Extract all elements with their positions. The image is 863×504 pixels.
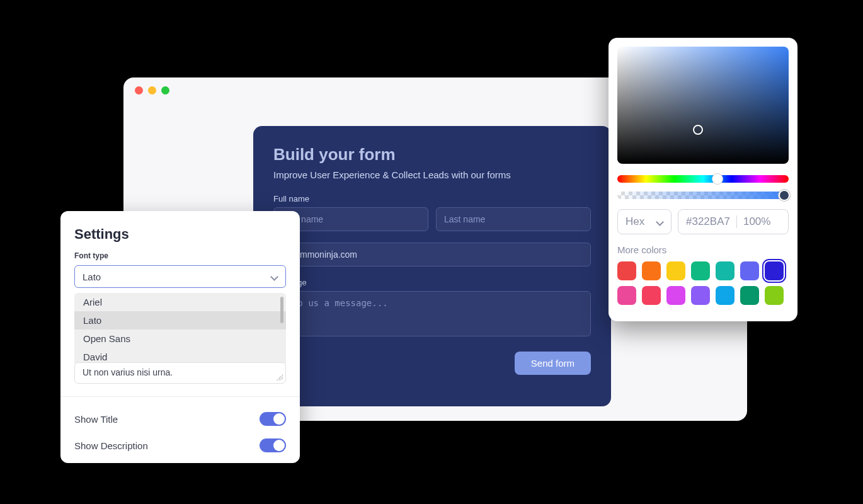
- settings-textarea[interactable]: Ut non varius nisi urna.: [74, 362, 286, 384]
- value-divider: [736, 215, 737, 228]
- alpha-slider[interactable]: [617, 192, 789, 199]
- window-close-icon[interactable]: [135, 86, 143, 94]
- message-textarea[interactable]: [273, 291, 591, 336]
- font-option-open-sans[interactable]: Open Sans: [74, 329, 286, 348]
- color-swatch[interactable]: [691, 261, 710, 280]
- font-type-dropdown: Ariel Lato Open Sans David: [74, 293, 286, 366]
- color-swatch[interactable]: [642, 286, 661, 305]
- show-description-label: Show Description: [74, 440, 148, 451]
- window-maximize-icon[interactable]: [161, 86, 169, 94]
- font-option-ariel[interactable]: Ariel: [74, 293, 286, 311]
- show-title-label: Show Title: [74, 414, 118, 425]
- color-swatch[interactable]: [740, 286, 759, 305]
- color-picker-panel: Hex #322BA7 100% More colors: [609, 38, 797, 321]
- last-name-input[interactable]: [436, 207, 591, 231]
- settings-title: Settings: [74, 226, 286, 243]
- color-swatch[interactable]: [617, 261, 636, 280]
- color-swatch[interactable]: [666, 286, 685, 305]
- saturation-cursor-icon[interactable]: [693, 125, 703, 135]
- font-type-selected-value: Lato: [83, 272, 101, 282]
- chevron-down-icon: [656, 218, 663, 226]
- font-type-select[interactable]: Lato: [74, 265, 286, 288]
- color-swatch[interactable]: [617, 286, 636, 305]
- color-value-field[interactable]: #322BA7 100%: [678, 209, 789, 234]
- show-description-toggle[interactable]: [260, 438, 286, 452]
- window-minimize-icon[interactable]: [148, 86, 156, 94]
- font-type-label: Font type: [74, 251, 286, 260]
- email-input[interactable]: [273, 243, 591, 266]
- hue-thumb[interactable]: [712, 173, 723, 185]
- color-format-select[interactable]: Hex: [617, 209, 672, 234]
- color-swatch[interactable]: [691, 286, 710, 305]
- settings-panel: Settings Font type Lato Ariel Lato Open …: [60, 211, 300, 463]
- dropdown-scrollbar[interactable]: [280, 297, 283, 323]
- color-swatch[interactable]: [765, 286, 784, 305]
- hex-value: #322BA7: [686, 215, 730, 228]
- message-label: Message: [273, 278, 591, 287]
- color-swatch[interactable]: [716, 261, 734, 280]
- color-saturation-area[interactable]: [617, 47, 789, 164]
- settings-divider: [60, 396, 300, 397]
- send-form-button[interactable]: Send form: [515, 352, 591, 375]
- color-swatch[interactable]: [642, 261, 661, 280]
- color-swatch[interactable]: [740, 261, 759, 280]
- show-title-toggle[interactable]: [260, 412, 286, 426]
- opacity-value: 100%: [743, 215, 770, 228]
- swatch-grid: [617, 261, 789, 305]
- color-swatch[interactable]: [765, 261, 784, 280]
- color-swatch[interactable]: [716, 286, 734, 305]
- more-colors-label: More colors: [617, 244, 789, 255]
- alpha-thumb[interactable]: [779, 190, 790, 201]
- form-title: Build your form: [273, 145, 591, 164]
- full-name-label: Full name: [273, 194, 591, 203]
- form-subtitle: Improve User Experience & Collect Leads …: [273, 169, 591, 180]
- font-option-lato[interactable]: Lato: [74, 311, 286, 329]
- color-swatch[interactable]: [666, 261, 685, 280]
- form-card: Build your form Improve User Experience …: [253, 126, 611, 406]
- chevron-down-icon: [270, 273, 278, 280]
- hue-slider[interactable]: [617, 175, 789, 183]
- color-format-value: Hex: [626, 215, 644, 228]
